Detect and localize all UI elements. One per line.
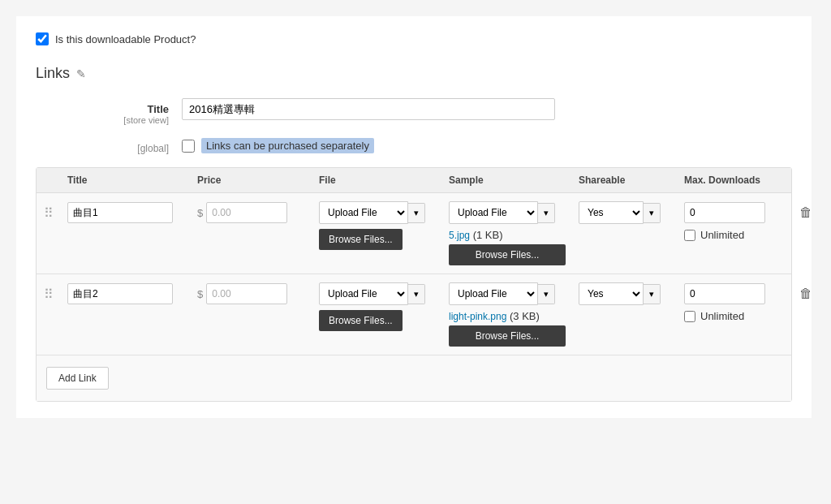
downloadable-checkbox[interactable] — [36, 32, 49, 45]
row1-delete-btn[interactable]: 🗑 — [791, 205, 820, 220]
row2-file-browse-col: Browse Files... — [312, 310, 442, 331]
table-row: ⠿ $ Upload File ▾ — [37, 274, 791, 355]
row1-sample-browse-btn[interactable]: Browse Files... — [449, 244, 566, 265]
table-row: ⠿ $ Upload File ▾ — [37, 193, 791, 274]
row2-sample-file-link[interactable]: light-pink.png — [449, 311, 506, 322]
row1-sample-info: 5.jpg (1 KB) Browse Files... — [449, 229, 566, 265]
row1-shareable-select[interactable]: Yes — [579, 201, 644, 224]
row2-file-browse-btn[interactable]: Browse Files... — [319, 310, 403, 331]
title-label-block: Title [store view] — [52, 98, 182, 125]
add-link-button[interactable]: Add Link — [46, 367, 109, 390]
row1-file-dropdown[interactable]: ▾ — [408, 203, 425, 223]
row2-sample-file-row: light-pink.png (3 KB) — [449, 310, 566, 322]
row2-sample-browse-btn[interactable]: Browse Files... — [449, 325, 566, 347]
row2-sample-select[interactable]: Upload File — [449, 282, 538, 305]
row1-shareable: Yes ▾ — [572, 201, 678, 224]
row1-price-field: $ — [191, 202, 312, 223]
table-header: Title Price File Sample Shareable Max. D… — [37, 168, 791, 193]
page-wrapper: Is this downloadable Product? Links ✎ Ti… — [16, 16, 812, 418]
edit-icon[interactable]: ✎ — [76, 67, 86, 80]
downloadable-label: Is this downloadable Product? — [55, 33, 196, 45]
row1-file-browse-btn[interactable]: Browse Files... — [319, 229, 403, 250]
row2-delete-btn[interactable]: 🗑 — [791, 286, 820, 301]
drag-handle-2[interactable]: ⠿ — [37, 286, 61, 302]
col-header-sample: Sample — [442, 174, 572, 186]
col-header-title: Title — [61, 174, 191, 186]
row2-unlimited: Unlimited — [678, 310, 791, 322]
row2-unlimited-checkbox[interactable] — [684, 311, 695, 322]
row2-shareable-select[interactable]: Yes — [579, 282, 644, 305]
store-view-label: [store view] — [52, 115, 169, 125]
row1-price-input[interactable] — [206, 202, 287, 223]
row2-shareable-dropdown[interactable]: ▾ — [644, 284, 661, 304]
links-separately-label: Links can be purchased separately — [201, 138, 374, 153]
row1-title-field — [61, 202, 191, 223]
row2-price-input[interactable] — [206, 283, 287, 304]
row2-top: ⠿ $ Upload File ▾ — [37, 282, 791, 305]
row2-file-select[interactable]: Upload File — [319, 282, 408, 305]
row2-bottom: Browse Files... light-pink.png (3 KB) Br… — [37, 310, 791, 347]
title-input-wrapper — [182, 98, 792, 120]
section-title-row: Links ✎ — [36, 65, 792, 82]
row1-max-downloads-input[interactable] — [684, 202, 765, 223]
links-separately-wrapper: Links can be purchased separately — [182, 138, 792, 153]
row2-price-field: $ — [191, 283, 312, 304]
row1-title-input[interactable] — [67, 202, 173, 223]
row1-shareable-dropdown[interactable]: ▾ — [644, 203, 661, 223]
row2-title-input[interactable] — [67, 283, 173, 304]
links-separately-row: Links can be purchased separately — [182, 138, 792, 153]
row1-top: ⠿ $ Upload File ▾ — [37, 201, 791, 224]
row1-file-select[interactable]: Upload File — [319, 201, 408, 224]
global-label: [global] — [52, 138, 182, 154]
row1-unlimited: Unlimited — [678, 229, 791, 241]
col-header-drag — [37, 174, 61, 186]
row1-bottom: Browse Files... 5.jpg (1 KB) Browse File… — [37, 229, 791, 265]
row2-shareable: Yes ▾ — [572, 282, 678, 305]
col-header-file: File — [312, 174, 442, 186]
row2-sample-dropdown[interactable]: ▾ — [538, 284, 555, 304]
links-table: Title Price File Sample Shareable Max. D… — [36, 167, 792, 402]
row1-sample-select[interactable]: Upload File — [449, 201, 538, 224]
row1-sample-file-row: 5.jpg (1 KB) — [449, 229, 566, 241]
col-header-shareable: Shareable — [572, 174, 678, 186]
row1-unlimited-label: Unlimited — [700, 229, 744, 241]
row1-sample-dropdown[interactable]: ▾ — [538, 203, 555, 223]
row1-sample-col: 5.jpg (1 KB) Browse Files... — [442, 229, 572, 265]
row2-file-dropdown[interactable]: ▾ — [408, 284, 425, 304]
col-header-delete — [791, 174, 820, 186]
links-section-title: Links — [36, 65, 70, 82]
row2-file-upload: Upload File ▾ — [312, 282, 442, 305]
downloadable-row: Is this downloadable Product? — [36, 32, 792, 45]
row2-max-downloads — [678, 283, 791, 304]
row2-sample-col: light-pink.png (3 KB) Browse Files... — [442, 310, 572, 347]
row1-max-downloads — [678, 202, 791, 223]
row2-currency: $ — [197, 288, 203, 300]
row1-file-upload: Upload File ▾ — [312, 201, 442, 224]
row2-sample-upload: Upload File ▾ — [442, 282, 572, 305]
col-header-price: Price — [191, 174, 312, 186]
row2-max-downloads-input[interactable] — [684, 283, 765, 304]
row2-sample-file-size: (3 KB) — [510, 310, 540, 322]
col-header-max-downloads: Max. Downloads — [678, 174, 791, 186]
drag-icon-2: ⠿ — [44, 286, 54, 302]
add-link-section: Add Link — [37, 355, 791, 401]
drag-icon-1: ⠿ — [44, 205, 54, 221]
drag-handle-1[interactable]: ⠿ — [37, 205, 61, 221]
title-label: Title — [52, 103, 169, 115]
global-form-row: [global] Links can be purchased separate… — [36, 138, 792, 154]
row1-sample-upload: Upload File ▾ — [442, 201, 572, 224]
title-input[interactable] — [182, 98, 555, 120]
row1-file-browse-col: Browse Files... — [312, 229, 442, 250]
links-separately-checkbox[interactable] — [182, 140, 195, 153]
row1-unlimited-checkbox[interactable] — [684, 230, 695, 241]
title-form-row: Title [store view] — [36, 98, 792, 125]
row1-sample-file-link[interactable]: 5.jpg — [449, 230, 470, 241]
row1-sample-file-size: (1 KB) — [473, 229, 503, 241]
row1-currency: $ — [197, 207, 203, 219]
row2-title-field — [61, 283, 191, 304]
row2-unlimited-label: Unlimited — [700, 310, 744, 322]
row2-sample-info: light-pink.png (3 KB) Browse Files... — [449, 310, 566, 347]
